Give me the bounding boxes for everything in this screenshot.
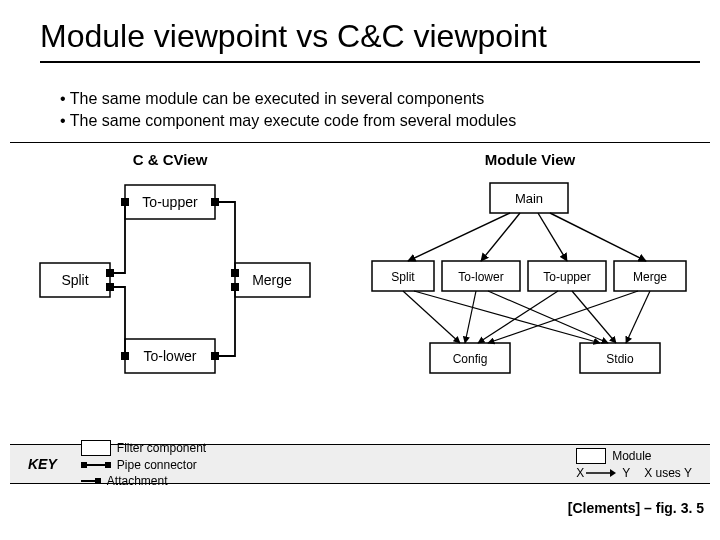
mod-tolower-label: To-lower — [458, 270, 503, 284]
mod-main-label: Main — [515, 191, 543, 206]
svg-rect-3 — [106, 283, 114, 291]
mod-merge-label: Merge — [633, 270, 667, 284]
mod-toupper-label: To-upper — [543, 270, 590, 284]
attachment-symbol-icon — [81, 480, 101, 482]
bullet-list: The same module can be executed in sever… — [60, 88, 680, 133]
key-filter-text: Filter component — [117, 441, 206, 455]
svg-rect-1 — [211, 198, 219, 206]
svg-rect-7 — [211, 352, 219, 360]
cc-split-label: Split — [61, 272, 88, 288]
key-x-text: X — [576, 466, 584, 480]
module-symbol-icon — [576, 448, 606, 464]
mod-split-label: Split — [391, 270, 415, 284]
svg-line-11 — [550, 213, 646, 261]
svg-line-16 — [478, 291, 558, 343]
svg-rect-2 — [106, 269, 114, 277]
cc-to-lower-label: To-lower — [144, 348, 197, 364]
citation-text: [Clements] – fig. 3. 5 — [568, 500, 704, 516]
cc-view-title: C & CView — [133, 151, 208, 168]
module-view-title: Module View — [485, 151, 576, 168]
uses-arrow-icon — [584, 468, 616, 478]
key-attach-text: Attachment — [107, 474, 168, 488]
key-legend: KEY Filter component Pipe connector Atta… — [10, 444, 710, 484]
svg-line-14 — [465, 291, 476, 343]
diagram-area: C & CView Module View To-upper Split Mer… — [10, 142, 710, 442]
cc-merge-label: Merge — [252, 272, 292, 288]
svg-line-18 — [488, 291, 638, 343]
bullet-item: The same module can be executed in sever… — [60, 88, 680, 110]
mod-stdio-label: Stdio — [606, 352, 634, 366]
svg-line-12 — [403, 291, 460, 343]
key-module-text: Module — [612, 449, 651, 463]
key-pipe-text: Pipe connector — [117, 458, 197, 472]
svg-line-9 — [481, 213, 520, 261]
key-label: KEY — [28, 456, 57, 472]
pipe-symbol-icon — [81, 464, 111, 466]
bullet-item: The same component may execute code from… — [60, 110, 680, 132]
slide-title: Module viewpoint vs C&C viewpoint — [40, 18, 700, 63]
filter-symbol-icon — [81, 440, 111, 456]
key-y-text: Y — [622, 466, 630, 480]
svg-line-17 — [572, 291, 616, 343]
svg-line-8 — [408, 213, 510, 261]
cc-to-upper-label: To-upper — [142, 194, 198, 210]
key-uses-text: X uses Y — [644, 466, 692, 480]
svg-line-19 — [626, 291, 650, 343]
svg-line-10 — [538, 213, 567, 261]
mod-config-label: Config — [453, 352, 488, 366]
